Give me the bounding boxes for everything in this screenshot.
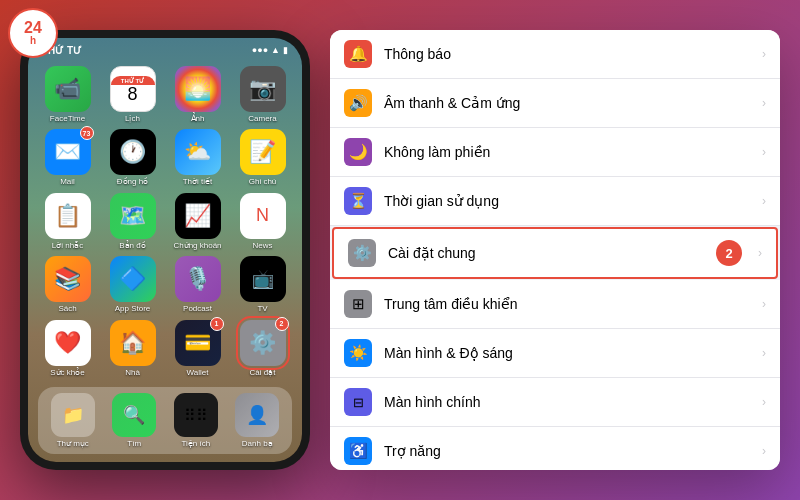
dock-shortcuts[interactable]: 📁 Thư mục (44, 393, 102, 448)
app-icon-stocks: 📈 (175, 193, 221, 239)
app-label-camera: Camera (248, 114, 276, 123)
app-label-stocks: Chứng khoán (173, 241, 221, 250)
app-label-calendar: Lịch (125, 114, 140, 123)
settings-item-screentime[interactable]: ⏳ Thời gian sử dụng › (330, 177, 780, 226)
app-label-mail: Mail (60, 177, 75, 186)
dock-icon-tienic: ⠿⠿ (174, 393, 218, 437)
phone-wallpaper: THỨ TƯ ●●● ▲ ▮ 📹 FaceTime (28, 38, 302, 462)
app-label-maps: Bản đồ (119, 241, 145, 250)
app-grid: 📹 FaceTime THỨ TƯ 8 Lịch 🌅 Ảnh (28, 60, 302, 383)
settings-icon-sounds: 🔊 (344, 89, 372, 117)
settings-item-notifications[interactable]: 🔔 Thông báo › (330, 30, 780, 79)
app-tv[interactable]: 📺 TV (233, 256, 292, 313)
settings-item-sounds[interactable]: 🔊 Âm thanh & Cảm ứng › (330, 79, 780, 128)
app-icon-weather: ⛅ (175, 129, 221, 175)
app-icon-health: ❤️ (45, 320, 91, 366)
chevron-notifications: › (762, 47, 766, 61)
app-settings[interactable]: ⚙️ 2 Cài đặt (233, 320, 292, 377)
app-icon-reminders: 📋 (45, 193, 91, 239)
app-clock[interactable]: 🕐 Đồng hồ (103, 129, 162, 186)
settings-panel: 🔔 Thông báo › 🔊 Âm thanh & Cảm ứng › 🌙 K… (330, 30, 780, 470)
dock-icon-find: 🔍 (112, 393, 156, 437)
app-news[interactable]: N News (233, 193, 292, 250)
app-reminders[interactable]: 📋 Lời nhắc (38, 193, 97, 250)
settings-icon-display: ☀️ (344, 339, 372, 367)
phone-mockup: THỨ TƯ ●●● ▲ ▮ 📹 FaceTime (20, 30, 310, 470)
step-badge-2: 2 (716, 240, 742, 266)
app-facetime[interactable]: 📹 FaceTime (38, 66, 97, 123)
app-calendar[interactable]: THỨ TƯ 8 Lịch (103, 66, 162, 123)
app-podcasts[interactable]: 🎙️ Podcast (168, 256, 227, 313)
app-label-weather: Thời tiết (183, 177, 213, 186)
dock-label-find: Tìm (127, 439, 141, 448)
settings-label-donotdisturb: Không làm phiền (384, 144, 750, 160)
app-label-clock: Đồng hồ (117, 177, 148, 186)
dock-contacts[interactable]: 👤 Danh bạ (229, 393, 287, 448)
settings-icon-general: ⚙️ (348, 239, 376, 267)
settings-item-general[interactable]: ⚙️ Cài đặt chung 2 › (332, 227, 778, 279)
dock-label-tienic: Tiện ích (181, 439, 210, 448)
app-label-home: Nhà (125, 368, 140, 377)
chevron-display: › (762, 346, 766, 360)
app-label-tv: TV (257, 304, 267, 313)
wifi-icon: ▲ (271, 45, 280, 55)
app-icon-mail: ✉️ 73 (45, 129, 91, 175)
main-container: THỨ TƯ ●●● ▲ ▮ 📹 FaceTime (0, 0, 800, 500)
settings-item-controlcenter[interactable]: ⊞ Trung tâm điều khiển › (330, 280, 780, 329)
app-icon-camera: 📷 (240, 66, 286, 112)
phone-screen: THỨ TƯ ●●● ▲ ▮ 📹 FaceTime (28, 38, 302, 462)
app-home[interactable]: 🏠 Nhà (103, 320, 162, 377)
app-icon-appstore: 🔷 (110, 256, 156, 302)
app-icon-books: 📚 (45, 256, 91, 302)
app-label-news: News (252, 241, 272, 250)
app-books[interactable]: 📚 Sách (38, 256, 97, 313)
chevron-sounds: › (762, 96, 766, 110)
app-health[interactable]: ❤️ Sức khỏe (38, 320, 97, 377)
app-wallet[interactable]: 💳 1 Wallet (168, 320, 227, 377)
settings-icon-accessibility: ♿ (344, 437, 372, 465)
settings-label-homescreen: Màn hình chính (384, 394, 750, 410)
app-icon-facetime: 📹 (45, 66, 91, 112)
logo-badge: 24 h (8, 8, 58, 58)
app-label-facetime: FaceTime (50, 114, 85, 123)
app-icon-tv: 📺 (240, 256, 286, 302)
app-icon-clock: 🕐 (110, 129, 156, 175)
app-icon-home: 🏠 (110, 320, 156, 366)
dock-find[interactable]: 🔍 Tìm (106, 393, 164, 448)
settings-label-sounds: Âm thanh & Cảm ứng (384, 95, 750, 111)
app-label-appstore: App Store (115, 304, 151, 313)
app-photos[interactable]: 🌅 Ảnh (168, 66, 227, 123)
app-icon-notes: 📝 (240, 129, 286, 175)
app-label-books: Sách (58, 304, 76, 313)
mail-badge: 73 (80, 126, 94, 140)
settings-item-homescreen[interactable]: ⊟ Màn hình chính › (330, 378, 780, 427)
settings-item-accessibility[interactable]: ♿ Trợ năng › (330, 427, 780, 470)
app-maps[interactable]: 🗺️ Bản đồ (103, 193, 162, 250)
app-camera[interactable]: 📷 Camera (233, 66, 292, 123)
app-label-settings: Cài đặt (250, 368, 276, 377)
logo-suffix: h (24, 36, 42, 46)
battery-icon: ▮ (283, 45, 288, 55)
settings-icon-screentime: ⏳ (344, 187, 372, 215)
app-label-reminders: Lời nhắc (52, 241, 83, 250)
app-appstore[interactable]: 🔷 App Store (103, 256, 162, 313)
app-mail[interactable]: ✉️ 73 Mail (38, 129, 97, 186)
dock-icon-contacts: 👤 (235, 393, 279, 437)
app-stocks[interactable]: 📈 Chứng khoán (168, 193, 227, 250)
settings-item-display[interactable]: ☀️ Màn hình & Độ sáng › (330, 329, 780, 378)
app-weather[interactable]: ⛅ Thời tiết (168, 129, 227, 186)
dock-label-shortcuts: Thư mục (57, 439, 89, 448)
status-icons: ●●● ▲ ▮ (252, 45, 288, 55)
app-icon-calendar: THỨ TƯ 8 (110, 66, 156, 112)
app-icon-wallet: 💳 1 (175, 320, 221, 366)
settings-label-notifications: Thông báo (384, 46, 750, 62)
settings-item-donotdisturb[interactable]: 🌙 Không làm phiền › (330, 128, 780, 177)
app-icon-maps: 🗺️ (110, 193, 156, 239)
settings-label-general: Cài đặt chung (388, 245, 704, 261)
settings-icon-controlcenter: ⊞ (344, 290, 372, 318)
wallet-badge: 1 (210, 317, 224, 331)
settings-list: 🔔 Thông báo › 🔊 Âm thanh & Cảm ứng › 🌙 K… (330, 30, 780, 470)
app-notes[interactable]: 📝 Ghi chú (233, 129, 292, 186)
app-label-wallet: Wallet (187, 368, 209, 377)
dock-tienic[interactable]: ⠿⠿ Tiện ích (167, 393, 225, 448)
